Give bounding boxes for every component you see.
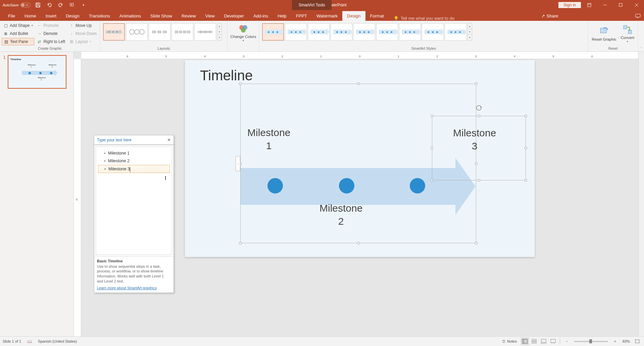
layout-item-3[interactable] bbox=[149, 23, 170, 41]
layout-item-4[interactable] bbox=[171, 23, 193, 41]
slide-sorter-view-button[interactable] bbox=[530, 338, 538, 345]
slide-counter[interactable]: Slide 1 of 1 bbox=[3, 339, 21, 343]
notes-button[interactable]: 🗒Notes bbox=[499, 338, 519, 344]
collapse-ribbon-button[interactable]: ˆ bbox=[638, 21, 644, 51]
svg-rect-10 bbox=[636, 14, 640, 17]
start-from-beginning-button[interactable] bbox=[68, 1, 76, 9]
styles-gallery-more[interactable]: ▴▾▾ bbox=[467, 23, 472, 41]
learn-more-link[interactable]: Learn more about SmartArt graphics bbox=[97, 286, 171, 290]
style-item-3[interactable] bbox=[308, 23, 330, 41]
style-item-8[interactable] bbox=[422, 23, 444, 41]
zoom-in-button[interactable]: + bbox=[611, 338, 619, 345]
tellme-input[interactable] bbox=[401, 16, 468, 21]
timeline-dot-1[interactable] bbox=[267, 178, 283, 193]
tab-view[interactable]: View bbox=[201, 11, 219, 21]
move-up-button[interactable]: ↑Move Up bbox=[67, 22, 98, 29]
thumbnail-pane[interactable]: 1 Timeline Milestone 1 Milestone 3 Miles… bbox=[0, 52, 74, 336]
layout-item-2[interactable] bbox=[126, 23, 148, 41]
maximize-button[interactable] bbox=[613, 0, 628, 10]
slide-thumbnail-1[interactable]: Timeline Milestone 1 Milestone 3 Milesto… bbox=[8, 55, 66, 89]
promote-button[interactable]: ←Promote bbox=[35, 22, 66, 29]
close-icon[interactable]: ✕ bbox=[167, 137, 171, 142]
tab-insert[interactable]: Insert bbox=[41, 11, 61, 21]
demote-button[interactable]: →Demote bbox=[35, 30, 66, 37]
milestone-label-1[interactable]: Milestone1 bbox=[247, 126, 290, 152]
zoom-level[interactable]: 83% bbox=[623, 339, 630, 343]
tab-file[interactable]: File bbox=[3, 11, 20, 21]
minimize-button[interactable] bbox=[597, 0, 612, 10]
style-item-9[interactable] bbox=[445, 23, 466, 41]
style-item-2[interactable] bbox=[285, 23, 307, 41]
signin-button[interactable]: Sign in bbox=[558, 2, 581, 8]
timeline-dot-2[interactable] bbox=[339, 178, 354, 193]
fit-to-window-button[interactable] bbox=[633, 338, 641, 345]
tellme-search[interactable]: 💡 bbox=[394, 16, 468, 21]
rotate-handle[interactable] bbox=[476, 105, 482, 111]
ribbon-options-button[interactable] bbox=[582, 0, 597, 10]
convert-button[interactable]: Convert ▾ bbox=[619, 22, 636, 45]
smartart-container[interactable]: › Milestone1 Milestone2 bbox=[240, 84, 476, 243]
layout-item-1[interactable] bbox=[103, 23, 125, 41]
close-button[interactable] bbox=[629, 0, 644, 10]
style-item-7[interactable] bbox=[399, 23, 421, 41]
milestone-label-3[interactable]: Milestone3 bbox=[453, 126, 496, 153]
spellcheck-icon[interactable]: 📖 bbox=[27, 339, 32, 344]
layout-button[interactable]: ⊞Layout▾ bbox=[67, 38, 98, 45]
tab-fppt[interactable]: FPPT bbox=[291, 11, 312, 21]
vertical-scrollbar[interactable] bbox=[638, 52, 644, 336]
share-icon: ↗ bbox=[541, 13, 545, 18]
text-item-3[interactable]: Milestone 3 bbox=[98, 165, 170, 173]
style-item-5[interactable] bbox=[353, 23, 375, 41]
style-item-4[interactable] bbox=[331, 23, 352, 41]
tab-smartart-format[interactable]: Format bbox=[365, 11, 389, 21]
tab-transitions[interactable]: Transitions bbox=[84, 11, 115, 21]
zoom-out-button[interactable]: − bbox=[563, 338, 571, 345]
horizontal-ruler[interactable]: 6543210123456 bbox=[81, 52, 638, 59]
tab-smartart-design[interactable]: Design bbox=[342, 11, 365, 21]
share-button[interactable]: ↗ Share bbox=[537, 11, 563, 21]
milestone-3-text-frame[interactable]: Milestone3 bbox=[432, 116, 526, 180]
style-item-1[interactable] bbox=[262, 23, 284, 41]
style-item-6[interactable] bbox=[376, 23, 398, 41]
text-pane-toggle-tab[interactable]: › bbox=[236, 156, 240, 171]
svg-marker-4 bbox=[71, 4, 72, 5]
autosave-toggle[interactable]: AutoSave Off bbox=[3, 3, 31, 7]
timeline-dot-3[interactable] bbox=[410, 178, 425, 193]
undo-button[interactable] bbox=[45, 1, 53, 9]
normal-view-button[interactable] bbox=[521, 338, 529, 345]
milestone-label-2[interactable]: Milestone2 bbox=[319, 202, 362, 228]
reading-view-button[interactable] bbox=[540, 338, 548, 345]
text-item-2[interactable]: Milestone 2 bbox=[98, 157, 170, 165]
move-down-button[interactable]: ↓Move Down bbox=[67, 30, 98, 37]
comments-button[interactable] bbox=[632, 11, 644, 21]
vertical-ruler[interactable]: 0 bbox=[74, 59, 81, 336]
tab-addins[interactable]: Add-ins bbox=[249, 11, 273, 21]
rtl-button[interactable]: ⇄Right to Left bbox=[35, 38, 66, 45]
text-pane-button[interactable]: ▤Text Pane bbox=[2, 38, 34, 45]
change-colors-button[interactable]: Change Colors ▾ bbox=[229, 21, 258, 44]
slideshow-view-button[interactable] bbox=[549, 338, 557, 345]
tab-slideshow[interactable]: Slide Show bbox=[146, 11, 177, 21]
language-indicator[interactable]: Spanish (United States) bbox=[38, 339, 77, 343]
tab-developer[interactable]: Developer bbox=[219, 11, 249, 21]
slide-title[interactable]: Timeline bbox=[200, 68, 253, 84]
save-button[interactable] bbox=[34, 1, 42, 9]
text-item-1[interactable]: Milestone 1 bbox=[98, 149, 170, 157]
add-bullet-button[interactable]: ≣Add Bullet bbox=[2, 30, 34, 37]
tab-review[interactable]: Review bbox=[177, 11, 201, 21]
tab-home[interactable]: Home bbox=[20, 11, 41, 21]
tab-help[interactable]: Help bbox=[273, 11, 291, 21]
layout-item-5[interactable] bbox=[194, 23, 216, 41]
qat-more-button[interactable]: ▼ bbox=[80, 1, 88, 9]
redo-button[interactable] bbox=[57, 1, 65, 9]
slide-canvas[interactable]: Timeline › bbox=[185, 60, 535, 257]
tab-watermark[interactable]: Watermark bbox=[312, 11, 342, 21]
smartart-text-pane[interactable]: Type your text here ✕ Milestone 1 Milest… bbox=[94, 135, 174, 293]
reset-graphic-button[interactable]: Reset Graphic bbox=[590, 22, 618, 45]
ibeam-cursor: I bbox=[165, 175, 166, 181]
zoom-slider[interactable] bbox=[574, 341, 608, 342]
tab-design[interactable]: Design bbox=[61, 11, 84, 21]
tab-animations[interactable]: Animations bbox=[115, 11, 146, 21]
add-shape-button[interactable]: ▢Add Shape▾ bbox=[2, 22, 34, 29]
layouts-gallery-more[interactable]: ▴▾▾ bbox=[217, 23, 222, 41]
